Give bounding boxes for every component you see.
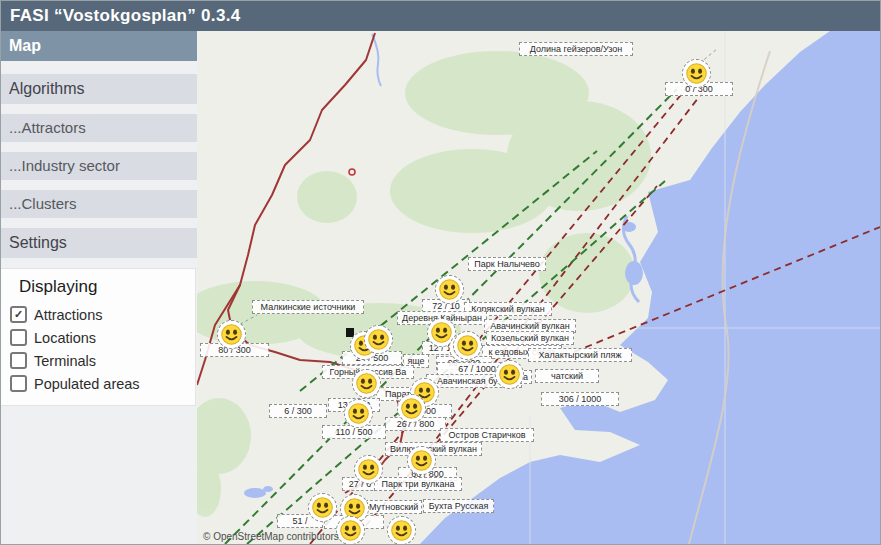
attraction-marker[interactable] bbox=[217, 320, 246, 349]
checkbox-label: Locations bbox=[34, 330, 96, 346]
smiley-icon bbox=[221, 324, 242, 345]
attraction-marker[interactable] bbox=[308, 493, 337, 522]
smiley-icon bbox=[312, 497, 333, 518]
attraction-marker[interactable] bbox=[354, 455, 383, 484]
map-label: 306 / 1000 bbox=[541, 392, 619, 406]
checkbox-row-locations[interactable]: Locations bbox=[1, 326, 195, 349]
poi-dot bbox=[349, 169, 355, 175]
map-label: Козельский вулкан bbox=[486, 331, 574, 345]
smiley-icon bbox=[391, 520, 412, 541]
smiley-icon bbox=[411, 450, 432, 471]
displaying-panel: Displaying AttractionsLocationsTerminals… bbox=[1, 268, 196, 406]
checkbox-icon[interactable] bbox=[10, 375, 27, 392]
sidebar: MapAlgorithms...Attractors...Industry se… bbox=[1, 31, 197, 544]
checkbox-label: Populated areas bbox=[34, 376, 140, 392]
smiley-icon bbox=[348, 403, 369, 424]
attraction-marker[interactable] bbox=[387, 516, 416, 544]
attraction-marker[interactable] bbox=[435, 275, 464, 304]
checkbox-icon[interactable] bbox=[10, 329, 27, 346]
checkbox-checked-icon[interactable] bbox=[10, 306, 27, 323]
attraction-marker[interactable] bbox=[407, 446, 436, 475]
sidebar-items: MapAlgorithms...Attractors...Industry se… bbox=[1, 31, 197, 258]
attraction-marker[interactable] bbox=[397, 394, 426, 423]
smiley-icon bbox=[401, 398, 422, 419]
map-label: Малкинские источники bbox=[252, 300, 364, 314]
smiley-icon bbox=[686, 63, 707, 84]
smiley-icon bbox=[499, 364, 520, 385]
app-title: FASI “Vostokgosplan” 0.3.4 bbox=[1, 1, 880, 31]
map-label: Парк три вулкана bbox=[374, 477, 462, 491]
displaying-title: Displaying bbox=[1, 274, 195, 303]
map-surface[interactable]: © OpenStreetMap contributors Долина гейз… bbox=[197, 31, 880, 544]
checkbox-row-terminals[interactable]: Terminals bbox=[1, 349, 195, 372]
app-window: FASI “Vostokgosplan” 0.3.4 MapAlgorithms… bbox=[0, 0, 881, 545]
map-label: Халактырский пляж bbox=[528, 348, 632, 362]
smiley-icon bbox=[358, 459, 379, 480]
smiley-icon bbox=[431, 322, 452, 343]
sidebar-item-industry-sector[interactable]: ...Industry sector bbox=[1, 152, 197, 180]
smiley-icon bbox=[340, 520, 361, 541]
attraction-marker[interactable] bbox=[336, 516, 365, 544]
checkbox-row-populated-areas[interactable]: Populated areas bbox=[1, 372, 195, 395]
attraction-marker[interactable] bbox=[682, 59, 711, 88]
map-label: чатский bbox=[535, 369, 599, 383]
map-label: Бухта Русская bbox=[423, 499, 494, 513]
map-label: Долина гейзеров/Узон bbox=[519, 42, 633, 56]
attraction-marker[interactable] bbox=[352, 369, 381, 398]
map-attribution: © OpenStreetMap contributors bbox=[203, 531, 339, 542]
sidebar-item-settings[interactable]: Settings bbox=[1, 228, 197, 258]
checkbox-label: Terminals bbox=[34, 353, 96, 369]
checkbox-icon[interactable] bbox=[10, 352, 27, 369]
attraction-marker[interactable] bbox=[344, 399, 373, 428]
sidebar-item-algorithms[interactable]: Algorithms bbox=[1, 74, 197, 104]
attraction-marker[interactable] bbox=[364, 325, 393, 354]
attraction-marker[interactable] bbox=[495, 360, 524, 389]
displaying-options: AttractionsLocationsTerminalsPopulated a… bbox=[1, 303, 195, 395]
map-label: Мутновский bbox=[365, 500, 422, 514]
smiley-icon bbox=[368, 329, 389, 350]
smiley-icon bbox=[457, 335, 478, 356]
checkbox-label: Attractions bbox=[34, 307, 103, 323]
sidebar-item-clusters[interactable]: ...Clusters bbox=[1, 190, 197, 218]
map-label: 6 / 300 bbox=[269, 404, 327, 418]
sidebar-item-map[interactable]: Map bbox=[1, 31, 197, 61]
attraction-marker[interactable] bbox=[453, 331, 482, 360]
checkbox-row-attractions[interactable]: Attractions bbox=[1, 303, 195, 326]
map-label: Остров Старичков bbox=[440, 428, 534, 442]
sidebar-item-attractors[interactable]: ...Attractors bbox=[1, 114, 197, 142]
smiley-icon bbox=[356, 373, 377, 394]
map-base-layer bbox=[197, 31, 880, 544]
smiley-icon bbox=[439, 279, 460, 300]
map-label: Парк Налычево bbox=[468, 257, 546, 271]
